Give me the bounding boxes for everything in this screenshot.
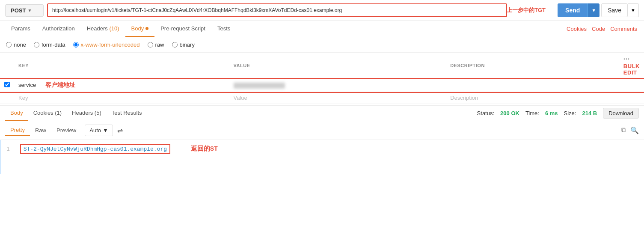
url-area: 上一步中的TGT xyxy=(47,3,507,17)
request-bar: POST ▼ 上一步中的TGT Send ▼ Save ▼ xyxy=(0,0,644,21)
st-value: ST-2-QyNJetCyNvWjuRDhmHgp-cas01.example.… xyxy=(24,146,167,152)
response-right-actions: ⧉ 🔍 xyxy=(621,126,639,134)
row-checkbox-cell xyxy=(0,79,14,92)
placeholder-description[interactable]: Description xyxy=(446,92,619,104)
body-type-raw[interactable]: raw xyxy=(148,42,164,48)
response-tab-row: Body Cookies (1) Headers (5) Test Result… xyxy=(0,106,644,121)
key-cell: service 客户端地址 xyxy=(14,79,229,92)
method-select[interactable]: POST ▼ xyxy=(5,4,44,17)
value-cell xyxy=(229,79,446,92)
send-button[interactable]: Send xyxy=(558,3,588,17)
response-tab-body[interactable]: Body xyxy=(5,106,28,121)
th-value: VALUE xyxy=(229,53,446,79)
response-tab-body-label: Body xyxy=(10,110,23,116)
description-cell xyxy=(446,79,619,92)
view-btn-pretty[interactable]: Pretty xyxy=(5,125,30,136)
save-dropdown-button[interactable]: ▼ xyxy=(628,3,639,17)
value-blurred xyxy=(234,83,285,89)
cookies-link[interactable]: Cookies xyxy=(565,26,588,32)
url-input[interactable] xyxy=(47,3,507,17)
response-tab-headers[interactable]: Headers (5) xyxy=(67,106,107,121)
format-dropdown-label: Auto xyxy=(89,127,101,134)
time-value: 6 ms xyxy=(545,110,558,116)
tab-headers[interactable]: Headers (10) xyxy=(81,21,125,37)
size-value: 214 B xyxy=(582,110,597,116)
tab-params-label: Params xyxy=(11,25,30,32)
placeholder-checkbox-cell xyxy=(0,92,14,104)
response-annotation: 返回的ST xyxy=(191,146,218,153)
tab-authorization-label: Authorization xyxy=(42,25,75,32)
placeholder-key[interactable]: Key xyxy=(14,92,229,104)
placeholder-actions xyxy=(619,92,644,104)
body-type-binary[interactable]: binary xyxy=(172,42,195,48)
body-type-none[interactable]: none xyxy=(6,42,26,48)
th-description: DESCRIPTION xyxy=(446,53,619,79)
tab-right-links: Cookies Code Comments xyxy=(565,26,639,32)
tab-pre-request-label: Pre-request Script xyxy=(160,25,205,32)
body-type-row: none form-data x-www-form-urlencoded raw… xyxy=(0,37,644,53)
tgt-annotation: 上一步中的TGT xyxy=(507,6,546,14)
th-actions: ··· Bulk Edit xyxy=(619,53,644,79)
line-number: 1 xyxy=(6,146,10,152)
body-type-urlencoded[interactable]: x-www-form-urlencoded xyxy=(73,42,140,48)
more-options-icon[interactable]: ··· xyxy=(623,55,630,62)
th-key: KEY xyxy=(14,53,229,79)
response-body-box: ST-2-QyNJetCyNvWjuRDhmHgp-cas01.example.… xyxy=(20,144,170,154)
params-table: KEY VALUE DESCRIPTION ··· Bulk Edit serv… xyxy=(0,53,644,104)
status-value: 200 OK xyxy=(500,110,519,116)
send-dropdown-button[interactable]: ▼ xyxy=(588,3,599,17)
tab-body-label: Body xyxy=(131,25,144,32)
time-label: Time: xyxy=(525,110,539,116)
key-value: service xyxy=(18,82,36,88)
method-label: POST xyxy=(11,7,26,14)
key-annotation: 客户端地址 xyxy=(45,81,75,88)
format-dropdown-icon: ▼ xyxy=(103,127,108,134)
tab-headers-label: Headers (10) xyxy=(87,25,119,32)
view-btn-preview[interactable]: Preview xyxy=(51,125,81,136)
body-type-form-data[interactable]: form-data xyxy=(34,42,65,48)
download-button[interactable]: Download xyxy=(603,108,639,119)
th-checkbox xyxy=(0,53,14,79)
tab-tests-label: Tests xyxy=(217,25,230,32)
wrap-button[interactable]: ⇌ xyxy=(117,126,123,134)
method-chevron-icon: ▼ xyxy=(27,8,32,13)
table-row: service 客户端地址 xyxy=(0,79,644,92)
size-label: Size: xyxy=(564,110,576,116)
send-save-group: Send ▼ Save ▼ xyxy=(558,3,639,17)
tab-body-dot xyxy=(145,27,148,30)
format-dropdown[interactable]: Auto ▼ xyxy=(85,125,113,136)
response-section: Body Cookies (1) Headers (5) Test Result… xyxy=(0,105,644,174)
row-checkbox[interactable] xyxy=(4,82,10,87)
code-link[interactable]: Code xyxy=(590,26,607,32)
response-view-bar: Pretty Raw Preview Auto ▼ ⇌ ⧉ 🔍 xyxy=(0,121,644,140)
response-tab-test-results-label: Test Results xyxy=(112,110,142,116)
placeholder-value[interactable]: Value xyxy=(229,92,446,104)
tab-authorization[interactable]: Authorization xyxy=(36,21,81,37)
response-tab-cookies[interactable]: Cookies (1) xyxy=(28,106,67,121)
response-body-area: 1 ST-2-QyNJetCyNvWjuRDhmHgp-cas01.exampl… xyxy=(0,140,644,174)
view-btn-raw[interactable]: Raw xyxy=(30,125,51,136)
table-header-row: KEY VALUE DESCRIPTION ··· Bulk Edit xyxy=(0,53,644,79)
response-tab-test-results[interactable]: Test Results xyxy=(107,106,147,121)
copy-icon[interactable]: ⧉ xyxy=(621,126,626,134)
comments-link[interactable]: Comments xyxy=(608,26,639,32)
save-button[interactable]: Save xyxy=(601,3,628,17)
response-tab-cookies-label: Cookies (1) xyxy=(33,110,62,116)
response-body-line: 1 ST-2-QyNJetCyNvWjuRDhmHgp-cas01.exampl… xyxy=(6,144,639,154)
tab-params[interactable]: Params xyxy=(5,21,36,37)
tab-tests[interactable]: Tests xyxy=(211,21,236,37)
tab-pre-request[interactable]: Pre-request Script xyxy=(154,21,211,37)
table-placeholder-row: Key Value Description xyxy=(0,92,644,104)
request-tab-row: Params Authorization Headers (10) Body P… xyxy=(0,21,644,37)
search-icon[interactable]: 🔍 xyxy=(630,126,639,134)
tab-body[interactable]: Body xyxy=(125,21,155,37)
response-meta: Status: 200 OK Time: 6 ms Size: 214 B Do… xyxy=(477,108,639,119)
status-label: Status: xyxy=(477,110,494,116)
row-actions-cell xyxy=(619,79,644,92)
response-tab-headers-label: Headers (5) xyxy=(72,110,101,116)
bulk-edit-button[interactable]: Bulk Edit xyxy=(623,63,640,76)
